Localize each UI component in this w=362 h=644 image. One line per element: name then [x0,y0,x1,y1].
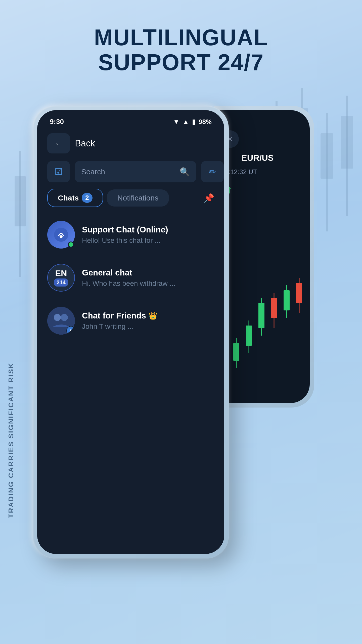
svg-rect-26 [258,303,264,328]
chat-item-general[interactable]: EN 214 General chat Hi. Who has been wit… [37,256,224,299]
check-button[interactable]: ☑ [47,161,70,182]
svg-rect-22 [233,343,239,361]
svg-rect-1 [15,176,26,226]
avatar-en-text: EN [55,269,67,277]
svg-rect-32 [296,283,302,303]
back-icon: ← [55,139,63,148]
svg-rect-13 [341,116,353,169]
back-label: Back [75,138,95,149]
battery-percent: 98% [199,118,212,126]
avatar-support [47,221,75,249]
svg-point-15 [60,235,63,238]
pin-icon: 📌 [204,193,214,203]
compose-button[interactable]: ✏ [201,161,224,182]
chats-badge: 2 [82,193,92,203]
svg-rect-30 [284,290,290,310]
svg-rect-11 [321,133,333,179]
chat-item-support[interactable]: Support Chat (Online) Hello! Use this ch… [37,213,224,256]
crown-icon: 👑 [149,312,157,320]
phone-device: 9:30 ▼ ▲ ▮ 98% ← Back ☑ [33,106,229,558]
check-icon: ☑ [55,167,63,177]
disclaimer: TRADING CARRIES SIGNIFICANT RISK [7,363,15,518]
svg-point-14 [54,228,68,242]
app-header: ← Back [37,128,224,158]
online-indicator [68,242,74,248]
currency-pair: EUR/US [241,153,274,163]
chat-preview-friends: John T writing ... [82,323,214,331]
svg-rect-24 [246,326,252,346]
chat-name-friends: Chat for Friends 👑 [82,311,214,320]
battery-icon: ▮ [192,118,196,126]
search-icon: 🔍 [180,167,190,177]
headline: MULTILINGUAL SUPPORT 24/7 [0,25,362,75]
status-bar: 9:30 ▼ ▲ ▮ 98% [37,110,224,128]
avatar-general: EN 214 [47,264,75,292]
chat-content-support: Support Chat (Online) Hello! Use this ch… [82,225,214,245]
phone-right-panel: ✕ EUR/US 16:12:32 UT ↑↑ [214,106,314,408]
pin-button[interactable]: 📌 [204,193,214,203]
compose-icon: ✏ [209,167,216,177]
chat-name-general: General chat [82,268,214,277]
headline-line2: SUPPORT 24/7 [0,50,362,75]
tab-notifications-label: Notifications [117,194,158,202]
back-button[interactable]: ← [47,133,70,153]
wifi-icon: ▼ [173,118,179,126]
time: 9:30 [50,118,64,126]
chat-name-support: Support Chat (Online) [82,225,214,234]
svg-point-18 [61,314,68,321]
headline-line1: MULTILINGUAL [0,25,362,50]
avatar-en-badge: 214 [54,278,68,287]
chat-item-friends[interactable]: 5 Chat for Friends 👑 John T writing ... [37,299,224,342]
search-bar[interactable]: 🔍 [75,161,196,182]
signal-icon: ▲ [183,118,189,126]
tab-chats-label: Chats [58,194,79,202]
friends-badge: 5 [66,326,75,335]
avatar-friends: 5 [47,307,75,335]
chat-content-friends: Chat for Friends 👑 John T writing ... [82,311,214,331]
chat-content-general: General chat Hi. Who has been withdraw .… [82,268,214,288]
tab-notifications[interactable]: Notifications [107,189,169,207]
search-row: ☑ 🔍 ✏ [37,158,224,185]
svg-point-17 [54,314,61,321]
chat-preview-support: Hello! Use this chat for ... [82,236,214,245]
tab-bar: Chats 2 Notifications 📌 [37,185,224,211]
search-input[interactable] [81,168,177,176]
tab-chats[interactable]: Chats 2 [47,189,103,207]
svg-rect-28 [271,298,277,318]
chat-preview-general: Hi. Who has been withdraw ... [82,279,214,288]
chat-list: Support Chat (Online) Hello! Use this ch… [37,211,224,345]
